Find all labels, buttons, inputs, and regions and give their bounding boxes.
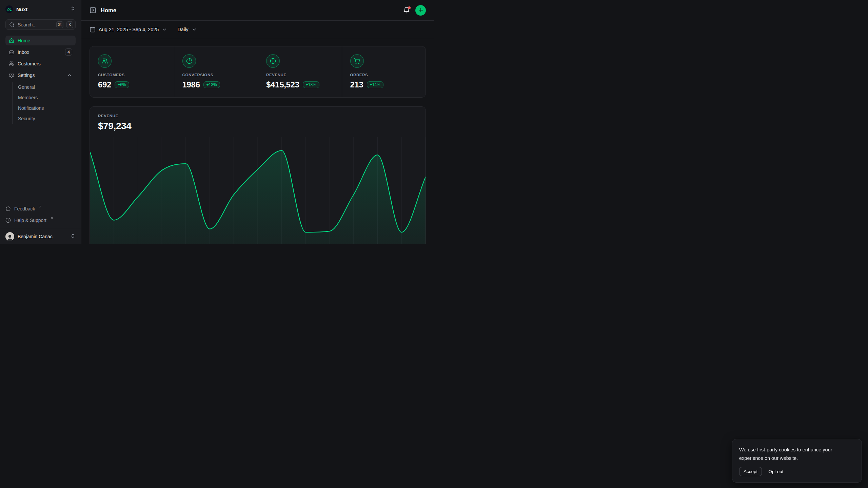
users-icon [98,54,112,68]
dollar-circle-icon [266,54,280,68]
inbox-icon [9,49,14,55]
stat-customers[interactable]: CUSTOMERS 692 +6% [90,46,174,97]
chevron-up-icon [67,73,72,78]
inbox-count-badge: 4 [65,48,72,56]
notification-dot [408,6,411,9]
home-icon [9,38,14,43]
help-support-link[interactable]: Help & Support [5,215,76,225]
collapse-sidebar-button[interactable] [90,7,96,14]
kbd-meta: ⌘ [56,21,64,28]
revenue-chart-card: REVENUE $79,234 [90,106,426,244]
chevrons-up-down-icon [70,233,76,240]
search-input[interactable]: Search... ⌘ K [5,19,76,30]
stat-value: 1986 [182,80,200,89]
stat-value: 692 [98,80,111,89]
team-selector[interactable]: Nuxt [5,4,76,14]
sidebar-nav: Home Inbox 4 Customers Settings [5,36,76,124]
chevrons-up-down-icon [70,6,76,13]
main-area: Home Aug 21, 2025 - Sep 4, 2025 [81,0,434,244]
shopping-cart-icon [350,54,364,68]
page-title: Home [101,7,116,14]
feedback-label: Feedback [14,206,35,211]
area-chart-svg [90,137,426,244]
stat-delta-badge: +14% [367,81,383,88]
notifications-button[interactable] [403,7,410,14]
revenue-chart-value: $79,234 [98,121,417,131]
sidebar-item-customers[interactable]: Customers [5,59,76,68]
plus-icon [418,7,424,13]
header-actions [403,5,426,16]
add-button[interactable] [415,5,426,16]
sidebar-item-label: Settings [18,73,35,78]
stat-value: $415,523 [266,80,299,89]
stat-conversions[interactable]: CONVERSIONS 1986 +13% [174,46,258,97]
stat-label: CUSTOMERS [98,73,166,77]
stats-panel: CUSTOMERS 692 +6% CONVERSIONS 1986 +13% [90,46,426,98]
granularity-value: Daily [177,27,188,32]
revenue-chart-label: REVENUE [98,114,417,118]
stat-delta-badge: +18% [303,81,319,88]
stat-label: REVENUE [266,73,334,77]
app-root: Nuxt Search... ⌘ K Home [0,0,434,244]
avatar [5,232,14,241]
users-icon [9,61,14,66]
calendar-icon [90,26,96,33]
revenue-area-chart[interactable] [90,137,426,244]
sidebar-item-members[interactable]: Members [18,92,76,103]
sidebar-item-inbox[interactable]: Inbox 4 [5,47,76,57]
sidebar-item-security[interactable]: Security [18,113,76,124]
chevron-down-icon [192,27,197,32]
kbd-k: K [66,21,73,28]
sidebar-item-home[interactable]: Home [5,36,76,45]
stat-delta-badge: +13% [203,81,220,88]
nuxt-logo [5,5,13,13]
date-range-picker[interactable]: Aug 21, 2025 - Sep 4, 2025 [90,26,167,33]
sidebar-item-label: Inbox [18,49,29,55]
sidebar-item-label: Home [18,38,30,43]
chevron-down-icon [162,27,167,32]
sidebar-item-general[interactable]: General [18,82,76,92]
sidebar-item-settings[interactable]: Settings [5,70,76,80]
stat-delta-badge: +6% [115,81,129,88]
external-link-icon [39,205,42,208]
feedback-link[interactable]: Feedback [5,204,76,214]
sidebar-item-label: Customers [18,61,41,66]
user-menu[interactable]: Benjamin Canac [0,229,81,244]
granularity-select[interactable]: Daily [177,27,197,32]
stat-label: ORDERS [350,73,418,77]
date-range-value: Aug 21, 2025 - Sep 4, 2025 [99,27,159,32]
external-link-icon [50,217,53,220]
sidebar-spacer [5,124,76,204]
page-content: CUSTOMERS 692 +6% CONVERSIONS 1986 +13% [81,38,434,244]
settings-subnav: General Members Notifications Security [12,82,76,124]
filters-toolbar: Aug 21, 2025 - Sep 4, 2025 Daily [81,21,434,38]
sidebar-footer-links: Feedback Help & Support [5,204,76,229]
stat-label: CONVERSIONS [182,73,250,77]
revenue-chart-header: REVENUE $79,234 [90,107,426,131]
user-name: Benjamin Canac [18,234,67,239]
stat-orders[interactable]: ORDERS 213 +14% [342,46,426,97]
sidebar: Nuxt Search... ⌘ K Home [0,0,81,244]
search-placeholder: Search... [18,22,53,27]
info-circle-icon [5,218,11,223]
sidebar-item-notifications[interactable]: Notifications [18,103,76,113]
stat-value: 213 [350,80,363,89]
gear-icon [9,73,14,78]
pie-chart-icon [182,54,196,68]
chat-bubble-icon [5,206,11,211]
page-header: Home [81,0,434,21]
search-icon [9,22,15,27]
team-name: Nuxt [16,6,67,12]
help-support-label: Help & Support [14,218,46,223]
stat-revenue[interactable]: REVENUE $415,523 +18% [258,46,342,97]
